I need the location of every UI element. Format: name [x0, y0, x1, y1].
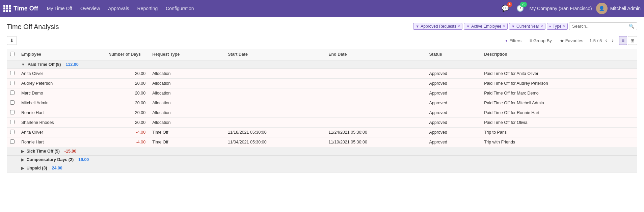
- table-row[interactable]: Sharlene Rhodes 20.00 Allocation Approve…: [7, 118, 637, 128]
- notifications-badge: 4: [507, 2, 512, 7]
- view-toggles: ≡ ⊞: [619, 36, 637, 45]
- row-checkbox[interactable]: [10, 100, 15, 105]
- row-description: Paid Time Off for Mitchell Admin: [481, 98, 637, 108]
- nav-link-configuration[interactable]: Configuration: [162, 4, 198, 13]
- search-input[interactable]: [572, 24, 629, 29]
- user-menu[interactable]: 👤 Mitchell Admin: [596, 3, 641, 14]
- table-row[interactable]: Ronnie Hart -4.00 Time Off 11/04/2021 05…: [7, 137, 637, 147]
- row-checkbox[interactable]: [10, 139, 15, 144]
- row-checkbox[interactable]: [10, 90, 15, 95]
- row-request-type: Allocation: [149, 108, 224, 118]
- row-employee: Anita Oliver: [18, 69, 105, 79]
- table-row[interactable]: Anita Oliver -4.00 Time Off 11/18/2021 0…: [7, 128, 637, 137]
- download-button[interactable]: ⬇: [7, 36, 17, 45]
- row-description: Trip to Paris: [481, 128, 637, 137]
- group-label-cell-0: ▼ Paid Time Off (8) 112.00: [18, 60, 637, 69]
- grid-view-button[interactable]: ⊞: [628, 36, 637, 45]
- row-start-date: [224, 69, 325, 79]
- col-start-date: Start Date: [224, 49, 325, 60]
- group-caret-3[interactable]: ▶: [21, 166, 24, 170]
- row-checkbox[interactable]: [10, 110, 15, 114]
- filter-tag-icon-0: ▼: [415, 24, 419, 28]
- table-row[interactable]: Ronnie Hart 20.00 Allocation Approved Pa…: [7, 108, 637, 118]
- main-content: Time Off Analysis ▼Approved Requests×▼Ac…: [0, 17, 644, 178]
- filter-tag-close-2[interactable]: ×: [540, 24, 543, 28]
- row-checkbox-cell[interactable]: [7, 98, 18, 108]
- top-navigation: Time Off My Time OffOverviewApprovalsRep…: [0, 0, 644, 17]
- select-all-header[interactable]: [7, 49, 18, 60]
- row-start-date: [224, 79, 325, 88]
- filter-tag-label-2: Current Year: [516, 24, 539, 29]
- group-caret-1[interactable]: ▶: [21, 149, 24, 153]
- favorites-button[interactable]: ★ Favorites: [558, 37, 585, 44]
- filter-tags-section: ▼Approved Requests×▼Active Employee×▼Cur…: [413, 22, 637, 30]
- col-end-date: End Date: [325, 49, 426, 60]
- nav-link-approvals[interactable]: Approvals: [104, 4, 133, 13]
- list-view-button[interactable]: ≡: [619, 36, 627, 45]
- row-checkbox[interactable]: [10, 71, 15, 75]
- group-row-1[interactable]: ▶ Sick Time Off (5) -15.00: [7, 147, 637, 156]
- table-row[interactable]: Audrey Peterson 20.00 Allocation Approve…: [7, 79, 637, 88]
- nav-link-my-time-off[interactable]: My Time Off: [43, 4, 76, 13]
- row-checkbox-cell[interactable]: [7, 69, 18, 79]
- row-end-date: [325, 79, 426, 88]
- filters-label: Filters: [510, 38, 521, 43]
- row-checkbox-cell[interactable]: [7, 108, 18, 118]
- next-page-button[interactable]: ›: [611, 37, 615, 44]
- group-label-cell-3: ▶ Unpaid (3) 24.00: [18, 164, 637, 173]
- table-body: ▼ Paid Time Off (8) 112.00 Anita Oliver …: [7, 60, 637, 173]
- row-checkbox[interactable]: [10, 130, 15, 134]
- filter-tag-3[interactable]: ≡Type×: [547, 23, 568, 30]
- prev-page-button[interactable]: ‹: [604, 37, 608, 44]
- action-left: ⬇: [7, 36, 17, 45]
- search-icon[interactable]: 🔍: [629, 24, 634, 29]
- filters-button[interactable]: ▼ Filters: [503, 37, 524, 44]
- nav-link-overview[interactable]: Overview: [76, 4, 104, 13]
- row-checkbox-cell[interactable]: [7, 79, 18, 88]
- filter-tag-close-1[interactable]: ×: [503, 24, 506, 28]
- group-caret-2[interactable]: ▶: [21, 158, 24, 162]
- filter-tag-close-3[interactable]: ×: [563, 24, 565, 28]
- app-brand[interactable]: Time Off: [3, 5, 38, 12]
- row-request-type: Allocation: [149, 98, 224, 108]
- row-checkbox-cell[interactable]: [7, 128, 18, 137]
- row-days: -4.00: [105, 128, 149, 137]
- filter-tag-label-1: Active Employee: [471, 24, 501, 29]
- col-days: Number of Days: [105, 49, 149, 60]
- row-status: Approved: [426, 98, 481, 108]
- row-checkbox[interactable]: [10, 120, 15, 124]
- col-status: Status: [426, 49, 481, 60]
- group-checkbox-cell-2: [7, 156, 18, 164]
- star-icon: ★: [560, 38, 564, 43]
- group-row-0[interactable]: ▼ Paid Time Off (8) 112.00: [7, 60, 637, 69]
- filter-tag-2[interactable]: ▼Current Year×: [509, 23, 545, 30]
- row-checkbox-cell[interactable]: [7, 118, 18, 128]
- filter-tag-0[interactable]: ▼Approved Requests×: [413, 23, 462, 30]
- filter-tag-close-0[interactable]: ×: [458, 24, 460, 28]
- row-checkbox[interactable]: [10, 81, 15, 85]
- table-row[interactable]: Marc Demo 20.00 Allocation Approved Paid…: [7, 88, 637, 98]
- filter-tag-icon-1: ▼: [466, 24, 470, 28]
- row-start-date: [224, 88, 325, 98]
- group-total-0: 112.00: [65, 62, 78, 67]
- filter-tag-1[interactable]: ▼Active Employee×: [464, 23, 508, 30]
- data-table: Employee Number of Days Request Type Sta…: [7, 49, 637, 173]
- messages-btn[interactable]: 🕐 23: [515, 3, 526, 14]
- group-label-0: Paid Time Off (8): [27, 62, 61, 67]
- col-request-type: Request Type: [149, 49, 224, 60]
- group-caret-0[interactable]: ▼: [21, 62, 25, 67]
- row-employee: Mitchell Admin: [18, 98, 105, 108]
- row-checkbox-cell[interactable]: [7, 137, 18, 147]
- groupby-button[interactable]: ≡ Group By: [528, 37, 554, 44]
- group-row-3[interactable]: ▶ Unpaid (3) 24.00: [7, 164, 637, 173]
- row-description: Paid Time Off for Audrey Peterson: [481, 79, 637, 88]
- nav-link-reporting[interactable]: Reporting: [133, 4, 162, 13]
- table-row[interactable]: Mitchell Admin 20.00 Allocation Approved…: [7, 98, 637, 108]
- group-row-2[interactable]: ▶ Compensatory Days (2) 19.00: [7, 156, 637, 164]
- search-box[interactable]: 🔍: [569, 22, 637, 30]
- notifications-btn[interactable]: 💬 4: [500, 3, 511, 14]
- select-all-checkbox[interactable]: [10, 52, 15, 56]
- table-row[interactable]: Anita Oliver 20.00 Allocation Approved P…: [7, 69, 637, 79]
- row-checkbox-cell[interactable]: [7, 88, 18, 98]
- row-start-date: 11/18/2021 05:30:00: [224, 128, 325, 137]
